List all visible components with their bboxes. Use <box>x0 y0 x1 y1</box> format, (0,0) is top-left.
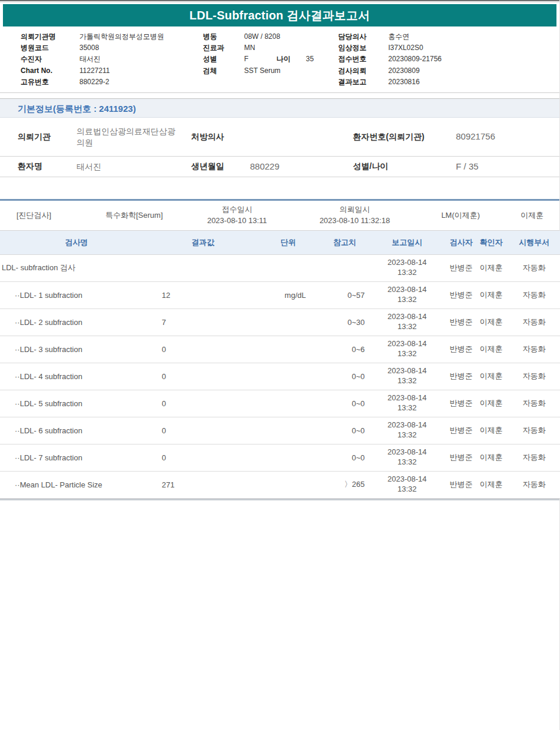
cell-reference: 0~30 <box>324 308 366 336</box>
report-date: 2023-08-14 <box>366 366 448 376</box>
cell-test-name: ··LDL- 2 subfraction <box>0 308 153 336</box>
result-row: ··LDL- 5 subfraction 0 0~0 2023-08-14 13… <box>0 390 560 417</box>
field-value: 880229-2 <box>79 78 109 86</box>
meta-request-label: 의뢰일시 <box>293 204 416 215</box>
cell-test-name: ··LDL- 4 subfraction <box>0 363 153 390</box>
col-reference: 참고치 <box>324 231 366 254</box>
meta-lab: LM(이제훈) <box>416 210 505 221</box>
cell-unit <box>253 471 324 498</box>
report-date: 2023-08-14 <box>366 393 448 403</box>
label-patient-no: 환자번호(의뢰기관) <box>353 132 456 142</box>
label-requesting-org: 의뢰기관 <box>18 132 76 142</box>
field-value: 20230816 <box>388 78 419 86</box>
col-report-time: 보고일시 <box>366 231 448 254</box>
cell-tester: 반병준 <box>448 336 474 363</box>
cell-reference: 0~0 <box>324 363 366 390</box>
window-top-strip <box>0 0 559 3</box>
result-row: LDL- subfraction 검사 2023-08-14 13:32 반병준… <box>0 254 560 281</box>
cell-tester: 반병준 <box>448 281 474 308</box>
cell-tester: 반병준 <box>448 390 474 417</box>
cell-report-time: 2023-08-14 13:32 <box>366 444 448 471</box>
meta-receipt-label: 접수일시 <box>181 204 293 215</box>
cell-result: 0 <box>153 444 253 471</box>
result-row: ··LDL- 6 subfraction 0 0~0 2023-08-14 13… <box>0 417 560 444</box>
cell-result: 271 <box>153 471 253 498</box>
cell-report-time: 2023-08-14 13:32 <box>366 281 448 308</box>
report-date: 2023-08-14 <box>366 474 448 485</box>
value-birth-date: 880229 <box>250 161 353 172</box>
cell-confirmer: 이제훈 <box>474 444 508 471</box>
result-row: ··LDL- 2 subfraction 7 0~30 2023-08-14 1… <box>0 308 560 336</box>
cell-reference: 0~0 <box>324 444 366 471</box>
cell-test-name: ··Mean LDL- Particle Size <box>0 471 153 498</box>
cell-reference: 0~0 <box>324 390 366 417</box>
field-value-age: 35 <box>306 55 314 63</box>
cell-report-time: 2023-08-14 13:32 <box>366 254 448 281</box>
cell-result: 0 <box>153 336 253 363</box>
meta-test-group: 특수화학[Serum] <box>87 210 181 221</box>
field-patient: 수진자태서진 <box>21 54 164 65</box>
cell-result <box>153 254 253 281</box>
cell-confirmer: 이제훈 <box>474 417 508 444</box>
cell-department: 자동화 <box>508 444 560 471</box>
field-doctor: 담당의사홍수연 <box>338 31 442 42</box>
results-header-row: 검사명 결과값 단위 참고치 보고일시 검사자 확인자 시행부서 <box>0 231 560 254</box>
field-label: 접수번호 <box>338 54 388 65</box>
field-specimen: 검체SST Serum <box>203 65 314 77</box>
field-value: I37XL02S0 <box>388 44 423 52</box>
cell-department: 자동화 <box>508 363 560 390</box>
cell-department: 자동화 <box>508 281 560 308</box>
field-value: 가톨릭학원의정부성모병원 <box>79 32 164 41</box>
field-department: 진료과MN <box>203 42 314 54</box>
cell-tester: 반병준 <box>448 363 474 390</box>
cell-tester: 반병준 <box>448 417 474 444</box>
field-sex-age: 성별F나이35 <box>203 54 314 65</box>
cell-unit <box>253 417 324 444</box>
meta-signer: 이제훈 <box>505 210 559 221</box>
label-birth-date: 생년월일 <box>191 161 250 172</box>
cell-report-time: 2023-08-14 13:32 <box>366 363 448 390</box>
report-time: 13:32 <box>366 322 448 332</box>
cell-confirmer: 이제훈 <box>474 281 508 308</box>
results-table: 검사명 결과값 단위 참고치 보고일시 검사자 확인자 시행부서 LDL- su… <box>0 231 560 499</box>
meta-category: [진단검사] <box>16 210 87 221</box>
field-chart-no: Chart No.11227211 <box>21 65 164 77</box>
report-time: 13:32 <box>366 403 448 413</box>
basic-info-section-header: 기본정보(등록번호 : 2411923) <box>0 98 559 118</box>
field-clinical-info: 임상정보I37XL02S0 <box>338 42 442 54</box>
cell-report-time: 2023-08-14 13:32 <box>366 471 448 498</box>
report-header-fields: 의뢰기관명가톨릭학원의정부성모병원 병원코드35008 수진자태서진 Chart… <box>0 31 559 90</box>
field-request-date: 검사의뢰20230809 <box>338 65 442 77</box>
field-value: 홍수연 <box>388 32 409 41</box>
field-value: MN <box>244 44 255 52</box>
cell-report-time: 2023-08-14 13:32 <box>366 308 448 336</box>
col-unit: 단위 <box>253 231 324 254</box>
cell-result: 0 <box>153 417 253 444</box>
field-value: 08W / 8208 <box>244 32 280 41</box>
cell-department: 자동화 <box>508 254 560 281</box>
meta-request-datetime: 의뢰일시 2023-08-10 11:32:18 <box>293 204 416 227</box>
meta-request-value: 2023-08-10 11:32:18 <box>293 215 416 227</box>
field-label-age: 나이 <box>276 54 306 65</box>
cell-result: 7 <box>153 308 253 336</box>
result-row: ··LDL- 3 subfraction 0 0~6 2023-08-14 13… <box>0 336 560 363</box>
header-divider <box>0 92 559 93</box>
cell-test-name: ··LDL- 7 subfraction <box>0 444 153 471</box>
cell-unit <box>253 363 324 390</box>
cell-report-time: 2023-08-14 13:32 <box>366 390 448 417</box>
field-label: 진료과 <box>203 42 244 54</box>
field-label: 병원코드 <box>21 42 79 54</box>
report-date: 2023-08-14 <box>366 447 448 457</box>
report-time: 13:32 <box>366 268 448 278</box>
cell-reference: 0~0 <box>324 417 366 444</box>
field-value: F <box>244 54 276 65</box>
cell-department: 자동화 <box>508 417 560 444</box>
cell-result: 0 <box>153 390 253 417</box>
cell-reference: 〉265 <box>324 471 366 498</box>
cell-confirmer: 이제훈 <box>474 308 508 336</box>
cell-department: 자동화 <box>508 390 560 417</box>
field-label: 결과보고 <box>338 77 388 88</box>
header-group-left: 의뢰기관명가톨릭학원의정부성모병원 병원코드35008 수진자태서진 Chart… <box>21 31 164 88</box>
cell-department: 자동화 <box>508 336 560 363</box>
value-sex-age: F / 35 <box>456 161 559 172</box>
